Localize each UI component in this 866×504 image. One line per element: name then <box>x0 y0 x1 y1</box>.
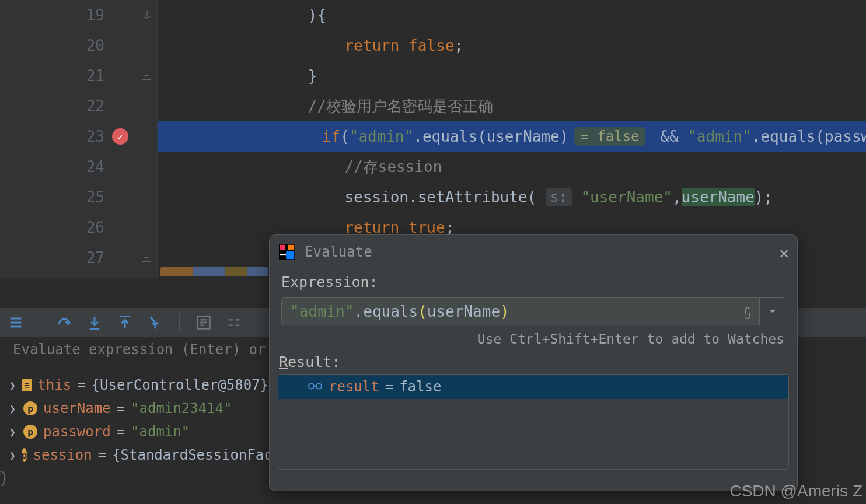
chevron-right-icon[interactable]: ❯ <box>9 379 16 391</box>
line-number: 19 <box>86 6 104 24</box>
code-line[interactable]: ){ <box>158 0 866 30</box>
variables-panel[interactable]: ❯≡this = {UserController@5807}❯puserName… <box>0 373 268 467</box>
intellij-icon <box>279 244 295 260</box>
variable-value: "admin23414" <box>131 400 232 416</box>
code-token: return false <box>344 37 454 54</box>
code-token: } <box>308 67 317 85</box>
variable-row[interactable]: ❯puserName = "admin23414" <box>0 397 268 420</box>
result-area[interactable]: result = false <box>278 374 789 470</box>
code-line[interactable]: //存session <box>158 152 866 182</box>
object-icon: ≡ <box>22 379 32 391</box>
line-number: 24 <box>86 158 104 176</box>
code-line[interactable]: } <box>158 61 866 91</box>
expr-open-paren: ( <box>418 303 427 320</box>
variable-value: {StandardSessionFaca <box>112 447 281 463</box>
code-token: ; <box>454 37 463 54</box>
variable-row[interactable]: ❯≡this = {UserController@5807} <box>0 373 268 397</box>
code-line[interactable]: if("admin".equals(userName)= false && "a… <box>158 121 866 152</box>
code-line[interactable]: return false; <box>158 30 866 61</box>
step-into-button[interactable] <box>85 313 104 332</box>
watermark: CSDN @Ameris Z <box>729 482 862 501</box>
code-token: return true <box>344 219 445 236</box>
variable-name: session <box>33 447 92 463</box>
dialog-header[interactable]: Evaluate ✕ <box>270 235 797 269</box>
code-token: ; <box>445 219 455 236</box>
close-icon[interactable]: ✕ <box>779 243 789 262</box>
line-number: 23 <box>86 128 104 145</box>
fold-icon[interactable]: − <box>142 253 151 262</box>
result-row[interactable]: result = false <box>278 374 788 399</box>
gutter-line[interactable]: 25 <box>0 182 157 212</box>
parameter-icon: p <box>23 401 37 415</box>
fold-icon[interactable]: − <box>142 71 151 80</box>
code-token: //校验用户名密码是否正确 <box>308 96 493 117</box>
code-token: && <box>651 128 688 145</box>
equals-sign: = <box>98 447 106 463</box>
run-to-cursor-button[interactable] <box>145 313 165 332</box>
expr-ident: userName <box>427 303 500 320</box>
equals-sign: = <box>117 400 125 416</box>
code-token: session.setAttribute( <box>344 188 545 206</box>
svg-rect-2 <box>280 245 285 250</box>
line-number: 21 <box>86 67 104 85</box>
equals-sign: = <box>117 424 125 440</box>
watch-icon <box>308 380 323 394</box>
gutter-line[interactable]: 22 <box>0 91 157 121</box>
separator <box>179 313 180 332</box>
expand-icon[interactable] <box>742 305 753 323</box>
code-token: "admin" <box>350 128 414 145</box>
variable-row[interactable]: ❯ppassword = "admin" <box>0 420 268 443</box>
chevron-right-icon[interactable]: ❯ <box>9 402 18 415</box>
dialog-title: Evaluate <box>305 244 372 260</box>
watermark-left: f) <box>0 468 6 487</box>
variable-name: password <box>43 424 111 440</box>
watch-input-placeholder[interactable]: Evaluate expression (Enter) or <box>13 341 266 358</box>
svg-rect-3 <box>280 254 287 256</box>
editor-gutter[interactable]: 192021−222324252627− <box>0 0 158 278</box>
chevron-right-icon[interactable]: ❯ <box>9 426 18 438</box>
gutter-line[interactable]: 24 <box>0 152 157 182</box>
fold-end-icon[interactable] <box>142 10 152 20</box>
code-token: "admin" <box>687 128 752 145</box>
code-token: .equals(userName) <box>413 128 568 145</box>
gutter-line[interactable]: 21− <box>0 61 157 91</box>
code-line[interactable]: session.setAttribute( s: "userName",user… <box>158 182 866 212</box>
expression-input[interactable]: "admin".equals(userName) <box>281 298 760 326</box>
variable-name: userName <box>43 400 111 416</box>
code-token: ); <box>755 188 773 206</box>
svg-point-6 <box>309 383 314 388</box>
code-token: if <box>322 128 340 145</box>
line-number: 25 <box>86 188 104 206</box>
code-token: ){ <box>308 6 326 24</box>
identifier-usage: userName <box>682 188 755 206</box>
step-out-button[interactable] <box>115 313 135 332</box>
result-name: result <box>329 379 379 395</box>
code-line[interactable]: //校验用户名密码是否正确 <box>158 91 866 121</box>
expression-history-dropdown[interactable] <box>760 298 785 326</box>
show-execution-point-button[interactable] <box>6 313 26 332</box>
equals-sign: = <box>77 377 85 393</box>
evaluate-expression-button[interactable] <box>194 313 214 332</box>
variable-row[interactable]: ❯psession = {StandardSessionFaca <box>0 443 268 467</box>
separator <box>40 313 40 332</box>
line-number: 20 <box>86 37 104 54</box>
gutter-line[interactable]: 27− <box>0 243 157 273</box>
evaluate-dialog: Evaluate ✕ Expression: "admin".equals(us… <box>269 235 798 491</box>
code-token: , <box>672 188 682 206</box>
expr-string: "admin" <box>290 303 354 320</box>
gutter-line[interactable]: 19 <box>0 0 157 30</box>
code-token: .equals(passwor <box>752 128 866 145</box>
gutter-line[interactable]: 26 <box>0 212 157 243</box>
dialog-hint: Use Ctrl+Shift+Enter to add to Watches <box>270 326 797 346</box>
gutter-line[interactable]: 23 <box>0 121 157 152</box>
expr-close-paren: ) <box>500 303 509 320</box>
svg-rect-4 <box>288 245 295 250</box>
step-over-button[interactable] <box>54 313 74 332</box>
chevron-right-icon[interactable]: ❯ <box>9 449 16 461</box>
gutter-line[interactable]: 20 <box>0 30 157 61</box>
code-token: "userName" <box>572 188 672 206</box>
trace-button[interactable] <box>224 313 244 332</box>
horizontal-scrollbar[interactable] <box>160 267 268 276</box>
code-token: ( <box>340 128 350 145</box>
parameter-icon: p <box>22 448 27 462</box>
